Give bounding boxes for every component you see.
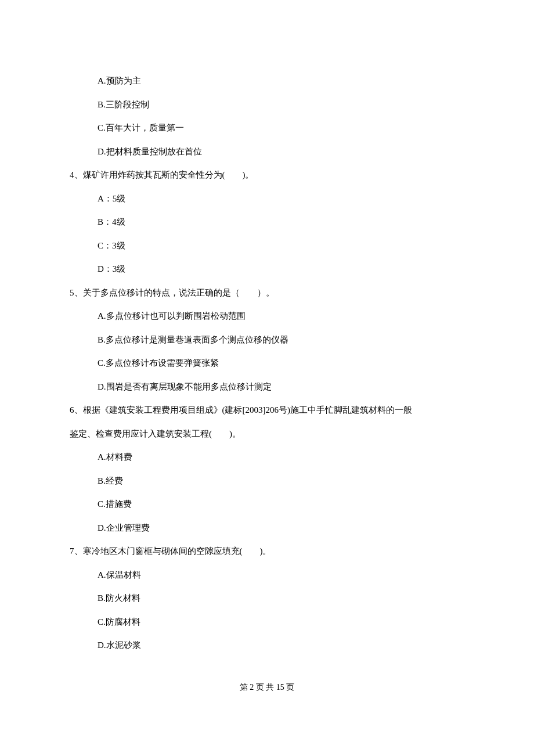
q5-stem: 5、关于多点位移计的特点，说法正确的是（ ）。	[70, 286, 464, 300]
q7-option-d: D.水泥砂浆	[98, 639, 464, 652]
q6-option-d: D.企业管理费	[98, 521, 464, 535]
q4-stem: 4、煤矿许用炸药按其瓦斯的安全性分为( )。	[70, 168, 464, 182]
q3-option-b: B.三阶段控制	[98, 98, 464, 111]
q6-option-a: A.材料费	[98, 451, 464, 464]
q4-option-c: C：3级	[98, 239, 464, 253]
q5-option-b: B.多点位移计是测量巷道表面多个测点位移的仪器	[98, 333, 464, 347]
q3-option-d: D.把材料质量控制放在首位	[98, 145, 464, 159]
q6-option-c: C.措施费	[98, 498, 464, 511]
q5-option-d: D.围岩是否有离层现象不能用多点位移计测定	[98, 380, 464, 394]
q3-option-a: A.预防为主	[98, 74, 464, 88]
q7-stem: 7、寒冷地区木门窗框与砌体间的空隙应填充( )。	[70, 545, 464, 558]
page-content: A.预防为主 B.三阶段控制 C.百年大计，质量第一 D.把材料质量控制放在首位…	[0, 0, 534, 722]
q6-option-b: B.经费	[98, 474, 464, 488]
q5-option-a: A.多点位移计也可以判断围岩松动范围	[98, 309, 464, 323]
q4-option-b: B：4级	[98, 215, 464, 229]
q3-option-c: C.百年大计，质量第一	[98, 121, 464, 135]
q5-option-c: C.多点位移计布设需要弹簧张紧	[98, 357, 464, 370]
page-footer: 第 2 页 共 15 页	[70, 681, 464, 693]
q7-option-c: C.防腐材料	[98, 615, 464, 629]
q6-stem-line1: 6、根据《建筑安装工程费用项目组成》(建标[2003]206号)施工中手忙脚乱建…	[70, 404, 464, 417]
q7-option-a: A.保温材料	[98, 568, 464, 582]
q6-stem-line2: 鉴定、检查费用应计入建筑安装工程( )。	[70, 427, 464, 441]
q7-option-b: B.防火材料	[98, 592, 464, 605]
q4-option-d: D：3级	[98, 262, 464, 276]
q4-option-a: A：5级	[98, 192, 464, 206]
